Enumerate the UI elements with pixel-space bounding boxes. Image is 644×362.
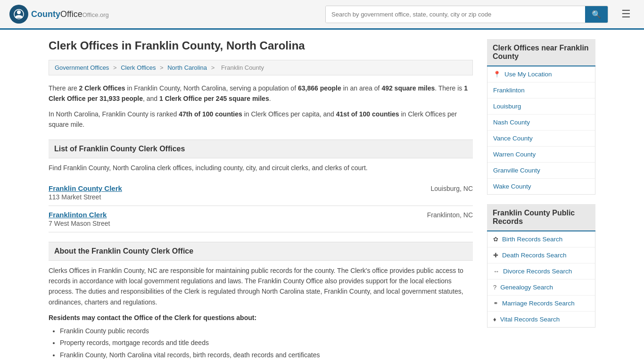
- about-text: Clerks Offices in Franklin County, NC ar…: [49, 265, 473, 308]
- birth-records-link[interactable]: Birth Records Search: [502, 236, 562, 243]
- franklinton-link[interactable]: Franklinton: [493, 87, 525, 94]
- genealogy-search-link[interactable]: Genealogy Search: [500, 284, 553, 291]
- search-button[interactable]: 🔍: [585, 6, 608, 23]
- records-section: Franklin County Public Records ✿ Birth R…: [487, 204, 595, 328]
- main-content: Clerk Offices in Franklin County, North …: [49, 39, 473, 361]
- marriage-records-link[interactable]: Marriage Records Search: [502, 300, 575, 307]
- divorce-records-link[interactable]: Divorce Records Search: [503, 268, 572, 275]
- contact-item-1: Franklin County public records: [60, 325, 473, 337]
- louisburg-link[interactable]: Louisburg: [493, 103, 521, 110]
- clerk-location-2: Franklinton, NC: [427, 211, 473, 219]
- sidebar-item-wake[interactable]: Wake County: [487, 179, 595, 194]
- page-header: CountyOfficeOffice.org 🔍 ☰: [0, 0, 644, 30]
- sidebar-item-use-location[interactable]: 📍 Use My Location: [487, 66, 595, 82]
- breadcrumb-link-nc[interactable]: North Carolina: [167, 64, 207, 71]
- clerk-location-1: Louisburg, NC: [431, 185, 473, 192]
- list-section-header: List of Franklin County Clerk Offices: [49, 140, 473, 158]
- sidebar-item-genealogy[interactable]: ? Genealogy Search: [487, 280, 595, 296]
- divorce-icon: ↔: [493, 268, 499, 275]
- sidebar-item-vital[interactable]: ♦ Vital Records Search: [487, 312, 595, 327]
- area: 492 square miles: [381, 84, 435, 92]
- records-title: Franklin County Public Records: [487, 204, 595, 231]
- rank-capita: 47th of 100 counties: [179, 110, 242, 118]
- logo-office-text: Office: [60, 9, 83, 19]
- breadcrumb: Government Offices > Clerk Offices > Nor…: [49, 60, 473, 75]
- per-mile: 1 Clerk Office per 245 square miles: [159, 95, 269, 102]
- svg-point-0: [17, 10, 21, 14]
- logo-org-text: Office.org: [83, 11, 109, 18]
- contact-header: Residents may contact the Office of the …: [49, 314, 473, 321]
- birth-icon: ✿: [493, 236, 498, 243]
- about-section-header: About the Franklin County Clerk Office: [49, 242, 473, 261]
- sidebar-item-death[interactable]: ✚ Death Records Search: [487, 247, 595, 263]
- page-title: Clerk Offices in Franklin County, North …: [49, 39, 473, 52]
- breadcrumb-sep3: >: [211, 64, 216, 71]
- sidebar-item-warren[interactable]: Warren County: [487, 147, 595, 163]
- list-section-desc: Find Franklin County, North Carolina cle…: [49, 163, 473, 173]
- sidebar-item-divorce[interactable]: ↔ Divorce Records Search: [487, 263, 595, 280]
- use-location-link[interactable]: Use My Location: [504, 71, 552, 78]
- breadcrumb-link-clerk[interactable]: Clerk Offices: [121, 64, 156, 71]
- intro-paragraph-1: There are 2 Clerk Offices in Franklin Co…: [49, 83, 473, 104]
- contact-item-3: Franklin County, North Carolina vital re…: [60, 349, 473, 361]
- wake-county-link[interactable]: Wake County: [493, 183, 531, 190]
- vital-records-link[interactable]: Vital Records Search: [500, 316, 560, 323]
- records-list: ✿ Birth Records Search ✚ Death Records S…: [487, 231, 595, 328]
- breadcrumb-current: Franklin County: [221, 64, 264, 71]
- breadcrumb-sep1: >: [113, 64, 118, 71]
- vance-county-link[interactable]: Vance County: [493, 135, 533, 142]
- clerk-name-1[interactable]: Franklin County Clerk: [49, 184, 122, 192]
- menu-button[interactable]: ☰: [618, 6, 635, 22]
- clerk-entry-2: Franklinton Clerk Franklinton, NC 7 West…: [49, 206, 473, 232]
- warren-county-link[interactable]: Warren County: [493, 151, 536, 158]
- death-records-link[interactable]: Death Records Search: [502, 252, 567, 259]
- nearby-title: Clerk Offices near Franklin County: [487, 39, 595, 66]
- clerk-entry-1: Franklin County Clerk Louisburg, NC 113 …: [49, 180, 473, 206]
- location-pin-icon: 📍: [493, 71, 501, 78]
- sidebar-item-granville[interactable]: Granville County: [487, 163, 595, 179]
- main-container: Clerk Offices in Franklin County, North …: [39, 30, 605, 362]
- sidebar-item-birth[interactable]: ✿ Birth Records Search: [487, 231, 595, 247]
- marriage-icon: ⚭: [493, 300, 498, 307]
- death-icon: ✚: [493, 252, 498, 259]
- sidebar-item-louisburg[interactable]: Louisburg: [487, 99, 595, 115]
- intro-paragraph-2: In North Carolina, Franklin County is ra…: [49, 109, 473, 130]
- logo-icon: [9, 5, 28, 24]
- nash-county-link[interactable]: Nash County: [493, 119, 530, 126]
- clerk-address-2: 7 West Mason Street: [49, 220, 473, 227]
- sidebar-item-nash[interactable]: Nash County: [487, 115, 595, 131]
- clerk-address-1: 113 Market Street: [49, 193, 473, 201]
- contact-list: Franklin County public records Property …: [49, 325, 473, 361]
- population: 63,866 people: [298, 84, 341, 92]
- sidebar-item-franklinton[interactable]: Franklinton: [487, 82, 595, 99]
- contact-item-2: Property records, mortgage records and t…: [60, 337, 473, 349]
- breadcrumb-sep2: >: [160, 64, 165, 71]
- sidebar: Clerk Offices near Franklin County 📍 Use…: [487, 39, 595, 361]
- rank-mile: 41st of 100 counties: [336, 110, 399, 118]
- logo-county-text: County: [31, 9, 60, 19]
- search-bar: 🔍: [325, 6, 608, 23]
- nearby-section: Clerk Offices near Franklin County 📍 Use…: [487, 39, 595, 195]
- vital-icon: ♦: [493, 316, 496, 323]
- search-input[interactable]: [326, 6, 585, 23]
- clerk-name-2[interactable]: Franklinton Clerk: [49, 211, 107, 219]
- clerk-count: 2 Clerk Offices: [79, 84, 125, 92]
- breadcrumb-link-gov[interactable]: Government Offices: [55, 64, 109, 71]
- sidebar-item-vance[interactable]: Vance County: [487, 131, 595, 147]
- granville-county-link[interactable]: Granville County: [493, 167, 540, 174]
- genealogy-icon: ?: [493, 284, 496, 291]
- sidebar-item-marriage[interactable]: ⚭ Marriage Records Search: [487, 296, 595, 312]
- logo-link[interactable]: CountyOfficeOffice.org: [9, 5, 109, 24]
- nearby-list: 📍 Use My Location Franklinton Louisburg …: [487, 66, 595, 195]
